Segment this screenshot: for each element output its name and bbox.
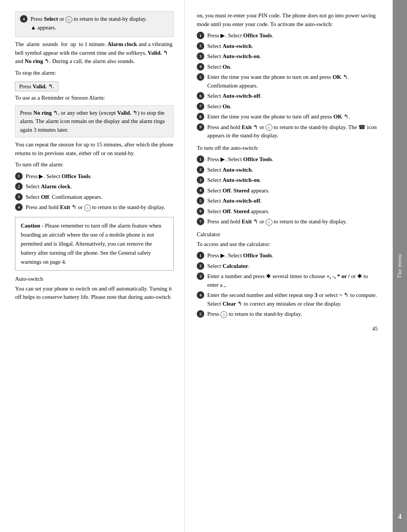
- main-content: 4 Press Select or ⌂ to return to the sta…: [0, 0, 407, 532]
- turn-off-auto-label: To turn off the auto-switch:: [197, 144, 378, 152]
- step-num-c5: 5: [197, 310, 204, 318]
- step-num-r6: 6: [197, 92, 204, 100]
- list-item: 5 Press ⌂ to return to the stand-by disp…: [197, 310, 378, 318]
- step4-content: Press Select or ⌂ to return to the stand…: [31, 15, 169, 32]
- autoswitch-on-steps: 1 Press ▶. Select Office Tools. 2 Select…: [197, 31, 378, 140]
- snooze-paragraph: You can repeat the snooze for up to 15 m…: [15, 140, 174, 157]
- step-a6: Select Off. Stored appears.: [207, 207, 378, 216]
- step-num-a2: 2: [197, 166, 204, 174]
- right-column: on, you must re-enter your PIN code. The…: [185, 0, 393, 532]
- list-item: 4 Press and hold Exit ↰ or ⌂ to return t…: [15, 203, 174, 212]
- list-item: 1 Press ▶. Select Office Tools.: [197, 251, 378, 260]
- reminder-label: To use as a Reminder or Snooze Alarm:: [15, 94, 174, 102]
- step-a7: Press and hold Exit ↰ or ⌂ to return to …: [207, 217, 378, 226]
- autoswitch-heading: Auto-switch: [15, 276, 174, 282]
- step-2-content: Select Alarm clock.: [26, 182, 174, 191]
- step-num-3: 3: [15, 193, 23, 201]
- home-icon4: ⌂: [266, 219, 272, 226]
- list-item: 1 Press ▶. Select Office Tools.: [197, 155, 378, 164]
- step-num-1: 1: [15, 172, 23, 180]
- caution-box: Caution - Please remember to turn off th…: [15, 217, 174, 271]
- step-num-c1: 1: [197, 252, 204, 259]
- reminder-snooze-box: Press No ring ↰, or any other key (excep…: [15, 105, 174, 138]
- list-item: 3 Enter a number and press ✱ several tim…: [197, 272, 378, 289]
- step-num-r3: 3: [197, 52, 204, 60]
- calculator-intro: To access and use the calculator:: [197, 240, 378, 249]
- page-number: 45: [197, 326, 378, 332]
- step-4b-content: Press and hold Exit ↰ or ⌂ to return to …: [26, 203, 174, 212]
- step-c5: Press ⌂ to return to the stand-by displa…: [207, 310, 378, 318]
- list-item: 6 Select Auto-switch-off.: [197, 92, 378, 100]
- list-item: 7 Press and hold Exit ↰ or ⌂ to return t…: [197, 217, 378, 226]
- step-a5: Select Auto-switch-off.: [207, 197, 378, 205]
- calculator-steps: 1 Press ▶. Select Office Tools. 2 Select…: [197, 251, 378, 318]
- list-item: 1 Press ▶. Select Office Tools.: [15, 172, 174, 181]
- step-r6: Select Auto-switch-off.: [207, 92, 378, 100]
- autoswitch-paragraph: You can set your phone to switch on and …: [15, 284, 174, 301]
- step-r5: Enter the time you want the phone to tur…: [207, 73, 378, 90]
- chapter-number: 4: [398, 513, 402, 521]
- list-item: 4 Enter the second number and either rep…: [197, 291, 378, 308]
- step-3-content: Select Off. Confirmation appears.: [26, 193, 174, 201]
- list-item: 4 Select On.: [197, 63, 378, 71]
- step-num-r9: 9: [197, 123, 204, 131]
- list-item: 4 Select Off. Stored appears.: [197, 186, 378, 195]
- home-icon3: ⌂: [266, 124, 272, 131]
- calculator-heading: Calculator: [197, 231, 378, 238]
- list-item: 3 Select Off. Confirmation appears.: [15, 193, 174, 201]
- step4-box: 4 Press Select or ⌂ to return to the sta…: [15, 11, 174, 37]
- home-icon2: ⌂: [84, 204, 91, 211]
- the-menu-label: The menu: [397, 254, 403, 278]
- step-num-a7: 7: [197, 218, 204, 225]
- step-num-r1: 1: [197, 32, 204, 39]
- list-item: 5 Select Auto-switch-off.: [197, 197, 378, 205]
- step-num-a1: 1: [197, 155, 204, 163]
- step-num-a4: 4: [197, 187, 204, 194]
- left-column: 4 Press Select or ⌂ to return to the sta…: [0, 0, 185, 532]
- step-r9: Press and hold Exit ↰ or ⌂ to return to …: [207, 123, 378, 140]
- list-item: 6 Select Off. Stored appears.: [197, 207, 378, 216]
- alarm-bell-appears: ▲ appears.: [31, 25, 56, 31]
- side-tab: The menu 4: [393, 0, 407, 532]
- list-item: 2 Select Alarm clock.: [15, 182, 174, 191]
- home-icon: ⌂: [66, 16, 72, 23]
- step-c1: Press ▶. Select Office Tools.: [207, 251, 378, 260]
- step-num-4b: 4: [15, 203, 23, 211]
- step-a4: Select Off. Stored appears.: [207, 186, 378, 195]
- list-item: 2 Select Auto-switch.: [197, 42, 378, 51]
- stop-alarm-label: To stop the alarm:: [15, 69, 174, 77]
- list-item: 3 Select Auto-switch-on.: [197, 52, 378, 61]
- autoswitch-cont-paragraph: on, you must re-enter your PIN code. The…: [197, 11, 378, 28]
- calculator-section: Calculator To access and use the calcula…: [197, 231, 378, 318]
- step-num-2: 2: [15, 183, 23, 190]
- list-item: 1 Press ▶. Select Office Tools.: [197, 31, 378, 40]
- step-r1: Press ▶. Select Office Tools.: [207, 31, 378, 40]
- step-r8: Enter the time you want the phone to tur…: [207, 112, 378, 121]
- step-1-content: Press ▶. Select Office Tools.: [26, 172, 174, 181]
- list-item: 7 Select On.: [197, 102, 378, 111]
- step-r4: Select On.: [207, 63, 378, 71]
- step-num-c4: 4: [197, 291, 204, 299]
- list-item: 2 Select Calculator.: [197, 262, 378, 271]
- list-item: 8 Enter the time you want the phone to t…: [197, 112, 378, 121]
- step-r7: Select On.: [207, 102, 378, 111]
- step-c2: Select Calculator.: [207, 262, 378, 271]
- step-num-r2: 2: [197, 42, 204, 50]
- step-num-r8: 8: [197, 113, 204, 120]
- step-a2: Select Auto-switch.: [207, 166, 378, 174]
- step-num-c2: 2: [197, 262, 204, 270]
- step-num-a6: 6: [197, 208, 204, 215]
- step-num-a5: 5: [197, 197, 204, 204]
- step-num-r5: 5: [197, 73, 204, 81]
- list-item: 2 Select Auto-switch.: [197, 166, 378, 174]
- step-r2: Select Auto-switch.: [207, 42, 378, 51]
- list-item: 3 Select Auto-switch-on.: [197, 176, 378, 185]
- press-valid-box: Press Valid. ↰.: [15, 81, 58, 91]
- step-num-r7: 7: [197, 103, 204, 110]
- turn-off-alarm-steps: 1 Press ▶. Select Office Tools. 2 Select…: [15, 172, 174, 212]
- alarm-paragraph: The alarm sounds for up to 1 minute. Ala…: [15, 40, 174, 66]
- step-num-a3: 3: [197, 176, 204, 184]
- step-num-r4: 4: [197, 63, 204, 71]
- step-c4: Enter the second number and either repea…: [207, 291, 378, 308]
- list-item: 9 Press and hold Exit ↰ or ⌂ to return t…: [197, 123, 378, 140]
